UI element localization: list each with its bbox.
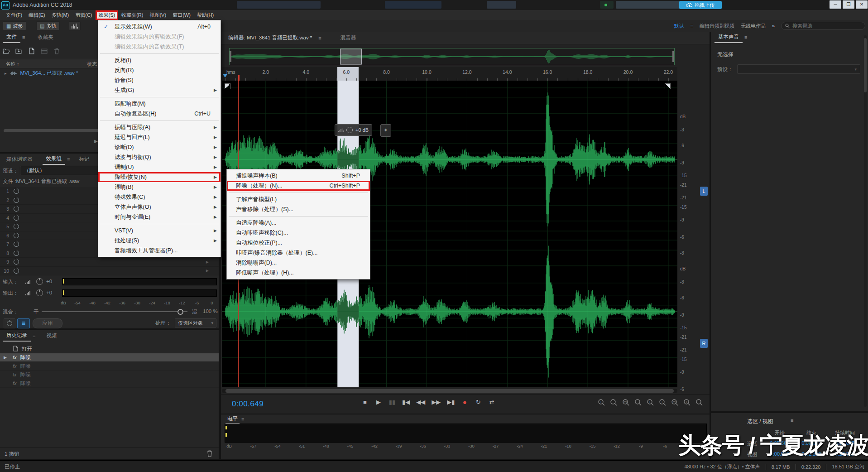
menu-item-静音(S)[interactable]: 静音(S) xyxy=(98,75,221,85)
workspace-default-tab[interactable]: 默认 xyxy=(674,23,684,29)
tab-files[interactable]: 文件 xyxy=(3,32,20,43)
es-preset-dropdown[interactable]: ▾ xyxy=(737,64,860,74)
menu-item-反向(R)[interactable]: 反向(R) xyxy=(98,65,221,75)
channel-left-button[interactable]: L xyxy=(700,187,708,196)
menu-item-立体声声像(O)[interactable]: 立体声声像(O)▶ xyxy=(98,202,221,212)
tab-levels[interactable]: 电平 xyxy=(225,414,240,424)
channel-right-button[interactable]: R xyxy=(700,339,708,348)
trash-icon[interactable] xyxy=(206,450,213,457)
menu-item-咔嗒声/爆音消除器（处理）(E)...[interactable]: 咔嗒声/爆音消除器（处理）(E)... xyxy=(227,248,370,258)
vertical-scrollbar[interactable] xyxy=(864,35,867,407)
menubar-item-帮助(H)[interactable]: 帮助(H) xyxy=(194,10,217,20)
status-column-header[interactable]: 状态 xyxy=(87,61,97,67)
close-button[interactable]: ✕ xyxy=(856,0,868,9)
output-gain-knob[interactable] xyxy=(36,289,43,296)
slot-arrow-icon[interactable]: ▶ xyxy=(206,260,209,264)
menu-item-滤波与均衡(Q)[interactable]: 滤波与均衡(Q)▶ xyxy=(98,152,221,162)
process-dropdown[interactable]: 仅选区对象 ▾ xyxy=(175,318,216,328)
zoom-in-at-in-point-button[interactable]: + xyxy=(647,399,654,408)
timeline-ruler[interactable]: hms 2.04.06.08.010.012.014.016.018.020.0… xyxy=(222,67,677,81)
zoom-reset-button[interactable] xyxy=(634,399,642,408)
skip-to-end-button[interactable]: ▶▮ xyxy=(447,399,455,405)
zoom-in-amplitude-button[interactable]: + xyxy=(598,399,605,408)
mix-slider-knob[interactable] xyxy=(177,309,183,315)
expander-chevron-icon[interactable]: ▸ xyxy=(5,71,7,76)
menu-item-音频增效工具管理器(P)...[interactable]: 音频增效工具管理器(P)... xyxy=(98,246,221,255)
overview-navigator[interactable] xyxy=(229,48,675,65)
menubar-item-剪辑(C)[interactable]: 剪辑(C) xyxy=(72,10,95,20)
workspace-edit-audio-to-video-tab[interactable]: 编辑音频到视频 xyxy=(700,23,734,29)
menu-item-了解声音模型(L)[interactable]: 了解声音模型(L) xyxy=(227,194,370,204)
menu-item-VST(V)[interactable]: VST(V)▶ xyxy=(98,226,221,236)
levels-panel-menu-icon[interactable]: ≡ xyxy=(240,416,246,422)
workspace-menu-icon[interactable]: ≡ xyxy=(690,23,693,29)
menu-item-生成(G)[interactable]: 生成(G)▶ xyxy=(98,85,221,95)
zoom-selection-button[interactable]: ▭ xyxy=(671,399,679,408)
search-help-input[interactable]: 搜索帮助 xyxy=(781,22,865,30)
history-item-降噪[interactable]: fx降噪 xyxy=(0,362,219,371)
import-file-icon[interactable] xyxy=(15,48,22,56)
tab-mixer[interactable]: 混音器 xyxy=(340,34,356,41)
history-panel-menu-icon[interactable]: ≡ xyxy=(31,333,37,338)
menu-item-降噪/恢复(N)[interactable]: 降噪/恢复(N)▶ xyxy=(98,172,221,182)
minimize-button[interactable]: ─ xyxy=(830,0,841,9)
menu-item-降噪（处理）(N)...[interactable]: 降噪（处理）(N)...Ctrl+Shift+P xyxy=(227,181,370,191)
power-icon[interactable] xyxy=(14,206,19,212)
zoom-in-horizontal-button[interactable]: + xyxy=(683,399,691,408)
pause-button[interactable]: ▮▮ xyxy=(388,399,396,405)
files-preview-play-icon[interactable]: ▶ xyxy=(94,139,98,144)
menubar-item-编辑(E)[interactable]: 编辑(E) xyxy=(25,10,48,20)
selection-view-menu-icon[interactable]: ≡ xyxy=(791,418,793,423)
menu-item-振幅与压限(A)[interactable]: 振幅与压限(A)▶ xyxy=(98,122,221,132)
power-icon[interactable] xyxy=(14,250,19,256)
zoom-out-horizontal-button[interactable]: − xyxy=(695,399,703,408)
menu-item-匹配响度(M)[interactable]: 匹配响度(M) xyxy=(98,99,221,109)
tab-favorites[interactable]: 收藏夹 xyxy=(34,32,57,43)
zoom-in-at-out-point-button[interactable]: + xyxy=(659,399,667,408)
name-column-header[interactable]: 名称 ↑ xyxy=(5,61,19,67)
ruler-playhead-handle[interactable] xyxy=(238,75,240,81)
zoom-out-amplitude-button[interactable]: − xyxy=(610,399,618,408)
volume-hud[interactable]: +0 dB xyxy=(335,124,372,136)
menu-item-降低嘶声（处理）(H)...[interactable]: 降低嘶声（处理）(H)... xyxy=(227,268,370,278)
menubar-item-文件(F)[interactable]: 文件(F) xyxy=(3,10,25,20)
power-icon[interactable] xyxy=(14,188,19,194)
menu-item-诊断(D)[interactable]: 诊断(D)▶ xyxy=(98,142,221,152)
skip-selection-button[interactable]: ⇄ xyxy=(488,399,495,405)
upload-button[interactable]: 拖拽上传 xyxy=(679,1,722,9)
tab-effects-rack[interactable]: 效果组 xyxy=(43,154,66,165)
tab-essential-sound[interactable]: 基本声音 xyxy=(715,32,743,43)
menu-item-自动相位校正(P)...[interactable]: 自动相位校正(P)... xyxy=(227,238,370,248)
open-file-icon[interactable] xyxy=(3,48,10,56)
hud-pin-icon[interactable]: ⌖ xyxy=(380,124,391,137)
menubar-item-多轨(M)[interactable]: 多轨(M) xyxy=(48,10,72,20)
menu-item-特殊效果(C)[interactable]: 特殊效果(C)▶ xyxy=(98,192,221,202)
maximize-button[interactable]: ❐ xyxy=(843,0,854,9)
menu-item-延迟与回声(L)[interactable]: 延迟与回声(L)▶ xyxy=(98,132,221,142)
effect-slot-9[interactable]: 9▶ xyxy=(0,258,219,267)
new-file-icon[interactable] xyxy=(28,48,35,56)
power-icon[interactable] xyxy=(14,215,19,221)
rack-list-button[interactable]: ≣ xyxy=(17,318,30,328)
record-button[interactable]: ● xyxy=(461,398,468,406)
power-icon[interactable] xyxy=(14,259,19,265)
rack-power-button[interactable] xyxy=(4,318,15,328)
skip-to-start-button[interactable]: ▮◀ xyxy=(402,399,410,405)
power-icon[interactable] xyxy=(14,224,19,229)
essential-sound-menu-icon[interactable]: ≡ xyxy=(743,34,749,40)
menubar-item-视图(V)[interactable]: 视图(V) xyxy=(146,10,169,20)
effects-rack-menu-icon[interactable]: ≡ xyxy=(65,156,72,162)
tab-media-browser[interactable]: 媒体浏览器 xyxy=(3,154,36,164)
workspace-overflow-chevron[interactable]: » xyxy=(772,23,775,29)
input-gain-knob[interactable] xyxy=(36,278,43,285)
menu-item-消除嗡嗡声(D)...[interactable]: 消除嗡嗡声(D)... xyxy=(227,258,370,268)
history-item-降噪[interactable]: fx降噪 xyxy=(0,371,219,379)
menu-item-自适应降噪(A)...[interactable]: 自适应降噪(A)... xyxy=(227,218,370,228)
power-icon[interactable] xyxy=(14,197,19,203)
history-item-打开[interactable]: 打开 xyxy=(0,345,219,353)
menu-item-自动咔嗒声移除(C)...[interactable]: 自动咔嗒声移除(C)... xyxy=(227,228,370,238)
tab-editor[interactable]: 编辑器: MVI_3641 音频已提取.wav * xyxy=(228,34,312,41)
loop-playback-button[interactable]: ↻ xyxy=(475,399,482,405)
tab-video[interactable]: 视频 xyxy=(43,331,60,341)
menubar-item-效果(S)[interactable]: 效果(S) xyxy=(96,10,119,20)
